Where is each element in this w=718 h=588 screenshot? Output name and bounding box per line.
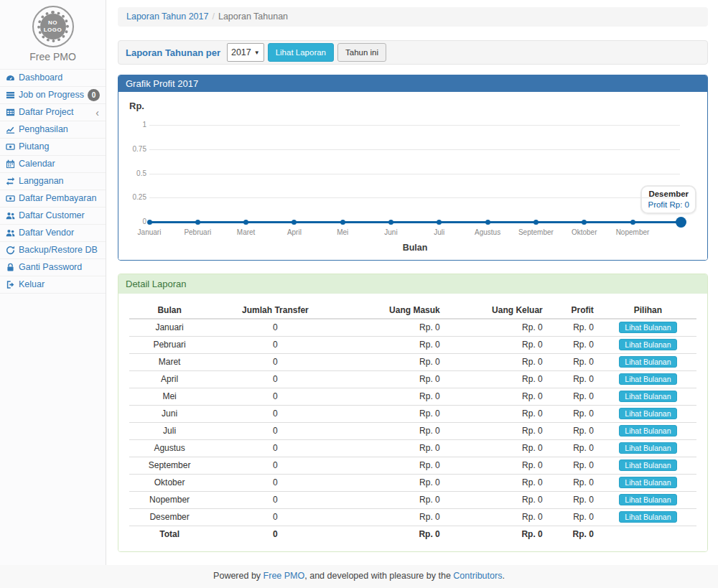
money-in-cell: Rp. 0 [341, 319, 446, 336]
lihat-bulanan-button[interactable]: Lihat Bulanan [619, 339, 676, 350]
chart-point[interactable] [340, 220, 345, 225]
chart-point[interactable] [243, 220, 248, 225]
grid-line [149, 125, 680, 126]
chart-point[interactable] [195, 220, 200, 225]
sidebar-item-piutang[interactable]: Piutang [0, 138, 106, 155]
sidebar-item-label: Ganti Password [19, 259, 82, 276]
money-icon [5, 194, 15, 203]
sidebar-item-calendar[interactable]: Calendar [0, 155, 106, 172]
action-cell: Lihat Bulanan [600, 405, 696, 422]
chart-panel-title: Grafik Profit 2017 [118, 75, 707, 92]
month-cell: Oktober [129, 474, 210, 491]
sidebar-item-daftar-project[interactable]: Daftar Project‹ [0, 103, 106, 121]
footer-text-suffix: . [502, 571, 504, 581]
lihat-bulanan-button[interactable]: Lihat Bulanan [619, 459, 676, 471]
money-out-cell: Rp. 0 [446, 370, 549, 388]
lihat-bulanan-button[interactable]: Lihat Bulanan [619, 373, 676, 385]
view-report-button[interactable]: Lihat Laporan [268, 43, 334, 62]
footer-text-middle: , and developed with pleasure by the [304, 571, 453, 581]
action-cell: Lihat Bulanan [600, 474, 696, 491]
action-cell: Lihat Bulanan [600, 439, 696, 457]
table-row: Juni0Rp. 0Rp. 0Rp. 0Lihat Bulanan [129, 405, 696, 422]
action-cell: Lihat Bulanan [600, 508, 696, 526]
chart-y-axis-title: Rp. [129, 101, 144, 111]
chart-point[interactable] [485, 220, 490, 225]
lihat-bulanan-button[interactable]: Lihat Bulanan [619, 494, 676, 505]
chart-point[interactable] [388, 220, 393, 225]
money-in-cell: Rp. 0 [341, 474, 446, 491]
main-content: Laporan Tahun 2017/Laporan Tahunan Lapor… [107, 0, 718, 565]
tasks-icon [5, 90, 15, 100]
breadcrumb-separator: / [212, 11, 214, 22]
sidebar-item-ganti-password[interactable]: Ganti Password [0, 258, 106, 276]
profit-cell: Rp. 0 [549, 370, 600, 388]
y-tick-label: 0.25 [125, 193, 146, 201]
money-out-cell: Rp. 0 [446, 457, 549, 474]
users-icon [5, 211, 15, 220]
sidebar-item-keluar[interactable]: Keluar [0, 276, 106, 293]
lihat-bulanan-button[interactable]: Lihat Bulanan [619, 356, 676, 368]
chart-point[interactable] [533, 220, 538, 225]
table-total-row: Total0Rp. 0Rp. 0Rp. 0 [129, 526, 696, 543]
month-cell: Pebruari [129, 336, 210, 353]
lihat-bulanan-button[interactable]: Lihat Bulanan [619, 322, 676, 333]
y-tick-label: 0.75 [125, 145, 146, 153]
chart-point[interactable] [437, 220, 442, 225]
column-header-uang-masuk: Uang Masuk [341, 302, 446, 319]
money-in-cell: Rp. 0 [341, 508, 446, 526]
month-cell: Juni [129, 405, 210, 422]
x-tick-label: Januari [124, 228, 174, 236]
sidebar-item-backup-restore-db[interactable]: Backup/Restore DB [0, 241, 106, 258]
x-tick-label: September [510, 228, 561, 236]
lihat-bulanan-button[interactable]: Lihat Bulanan [619, 425, 676, 437]
table-row: Mei0Rp. 0Rp. 0Rp. 0Lihat Bulanan [129, 388, 696, 405]
chart-point[interactable] [582, 220, 587, 225]
lihat-bulanan-button[interactable]: Lihat Bulanan [619, 511, 676, 523]
sidebar-item-daftar-vendor[interactable]: Daftar Vendor [0, 224, 106, 241]
transfers-cell: 0 [210, 422, 340, 439]
table-icon [5, 108, 15, 117]
profit-chart-panel: Grafik Profit 2017 Rp. Bulan Desember Pr… [118, 75, 708, 261]
lihat-bulanan-button[interactable]: Lihat Bulanan [619, 391, 676, 402]
logo-area: NO LOGO Free PMO [0, 0, 106, 69]
sidebar-item-langganan[interactable]: Langganan [0, 172, 106, 190]
sidebar-item-daftar-customer[interactable]: Daftar Customer [0, 207, 106, 224]
money-in-cell: Rp. 0 [341, 439, 446, 457]
sidebar-item-penghasilan[interactable]: Penghasilan [0, 121, 106, 138]
chart-point[interactable] [630, 220, 635, 225]
x-tick-label: Juni [366, 228, 416, 236]
chart-point[interactable] [147, 220, 152, 225]
month-cell: Nopember [129, 491, 210, 508]
breadcrumb-link[interactable]: Laporan Tahun 2017 [126, 11, 208, 22]
profit-cell: Rp. 0 [549, 491, 600, 508]
lihat-bulanan-button[interactable]: Lihat Bulanan [619, 408, 676, 419]
sidebar-item-dashboard[interactable]: Dashboard [0, 69, 106, 86]
x-tick-label: Agustus [462, 228, 513, 236]
contributors-link[interactable]: Contributors [453, 571, 502, 581]
footer: Powered by Free PMO, and developed with … [0, 565, 718, 588]
money-in-cell: Rp. 0 [341, 526, 446, 543]
table-row: Desember0Rp. 0Rp. 0Rp. 0Lihat Bulanan [129, 508, 696, 526]
footer-text-prefix: Powered by [213, 571, 263, 581]
sidebar-item-daftar-pembayaran[interactable]: Daftar Pembayaran [0, 190, 106, 207]
lihat-bulanan-button[interactable]: Lihat Bulanan [619, 477, 676, 488]
transfers-cell: 0 [210, 370, 340, 388]
action-cell: Lihat Bulanan [600, 319, 696, 336]
chart-point[interactable] [292, 220, 297, 225]
this-year-button[interactable]: Tahun ini [337, 43, 386, 62]
app-logo: NO LOGO [32, 6, 74, 47]
transfers-cell: 0 [210, 319, 340, 336]
transfers-cell: 0 [210, 457, 340, 474]
transfers-cell: 0 [210, 353, 340, 370]
sidebar: NO LOGO Free PMO DashboardJob on Progres… [0, 0, 106, 565]
profit-line-chart[interactable]: Rp. Bulan Desember Profit Rp: 0 10.750.5… [129, 101, 696, 251]
chart-point-active[interactable] [676, 217, 686, 228]
sidebar-item-job-on-progress[interactable]: Job on Progress0 [0, 86, 106, 103]
brand-name: Free PMO [0, 51, 106, 62]
lihat-bulanan-button[interactable]: Lihat Bulanan [619, 442, 676, 454]
table-row: Nopember0Rp. 0Rp. 0Rp. 0Lihat Bulanan [129, 491, 696, 508]
year-select[interactable]: 2017 ▼ [227, 43, 264, 62]
table-row: April0Rp. 0Rp. 0Rp. 0Lihat Bulanan [129, 370, 696, 388]
free-pmo-link[interactable]: Free PMO [264, 571, 305, 581]
transfers-cell: 0 [210, 336, 340, 353]
